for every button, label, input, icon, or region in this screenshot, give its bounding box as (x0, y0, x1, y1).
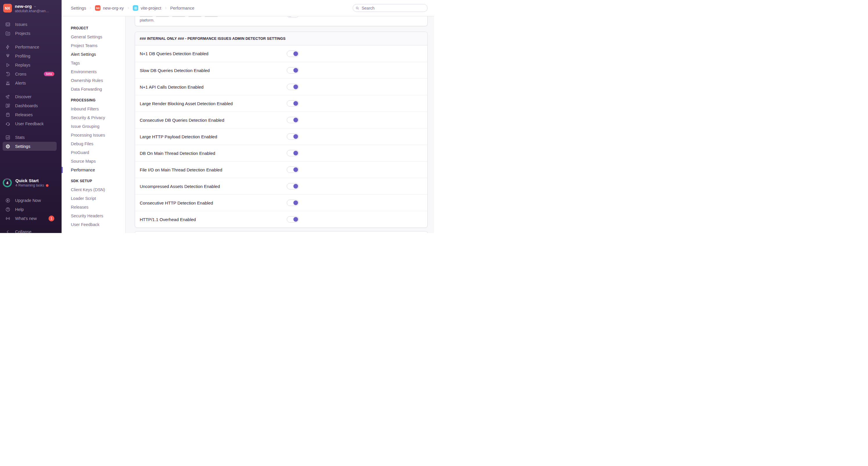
toggle-knob (293, 52, 298, 56)
toggle-file-i-o-on-main-thread-detection-enabled[interactable] (287, 166, 299, 173)
sidebar-item-issues[interactable]: Issues (0, 20, 62, 29)
settings-nav-item-debug-files[interactable]: Debug Files (62, 139, 125, 148)
help-icon (5, 207, 10, 212)
toggle-uncompressed-assets-detection-enabled[interactable] (287, 183, 299, 189)
sidebar-item-alerts[interactable]: Alerts (0, 79, 62, 88)
settings-nav-item-loader-script[interactable]: Loader Script (62, 194, 125, 203)
sidebar-item-stats[interactable]: Stats (0, 133, 62, 142)
sidebar-item-profiling[interactable]: Profiling (0, 52, 62, 60)
settings-nav-item-security-headers[interactable]: Security Headers (62, 212, 125, 220)
clock-icon (5, 71, 10, 77)
sidebar-item-upgrade-now[interactable]: Upgrade Now (0, 196, 62, 205)
breadcrumb-item-settings[interactable]: Settings (71, 6, 86, 10)
sidebar-item-label: Profiling (15, 54, 30, 58)
toggle-n-1-api-calls-detection-enabled[interactable] (287, 84, 299, 90)
toggle-http-1-1-overhead-enabled[interactable] (287, 216, 299, 222)
toggle-knob (293, 118, 298, 122)
org-switcher[interactable]: NX new-org abdullah.khan@sen… (0, 0, 62, 16)
sidebar-collapse-button[interactable]: Collapse (0, 227, 62, 233)
sidebar-item-discover[interactable]: Discover (0, 92, 62, 101)
search-input[interactable] (353, 4, 428, 12)
setting-label: Consecutive HTTP Detection Enabled (140, 200, 213, 206)
settings-nav-item-source-maps[interactable]: Source Maps (62, 157, 125, 165)
settings-nav-item-releases[interactable]: Releases (62, 203, 125, 212)
sidebar-item-dashboards[interactable]: Dashboards (0, 101, 62, 110)
breadcrumb-label: Performance (170, 6, 194, 10)
sidebar-item-what-s-new[interactable]: What's new1 (0, 214, 62, 223)
setting-label: N+1 DB Queries Detection Enabled (140, 51, 208, 56)
sidebar-item-label: Stats (15, 135, 25, 140)
sidebar-item-projects[interactable]: Projects (0, 29, 62, 38)
sidebar-item-releases[interactable]: Releases (0, 110, 62, 119)
sidebar-item-label: Settings (15, 144, 30, 149)
sidebar-item-label: Releases (15, 113, 33, 117)
toggle-large-http-payload-detection-enabled[interactable] (287, 133, 299, 140)
settings-nav-item-user-feedback[interactable]: User Feedback (62, 220, 125, 229)
settings-nav-item-issue-grouping[interactable]: Issue Grouping (62, 122, 125, 131)
sidebar-item-replays[interactable]: Replays (0, 60, 62, 69)
breadcrumb-label: new-org-xy (103, 6, 124, 10)
setting-row-slow-db-queries-detection-enabled: Slow DB Queries Detection Enabled (135, 62, 427, 79)
setting-label: Consecutive DB Queries Detection Enabled (140, 118, 224, 123)
settings-nav-item-security-privacy[interactable]: Security & Privacy (62, 113, 125, 122)
broadcast-icon (5, 216, 10, 221)
settings-nav-item-general-settings[interactable]: General Settings (62, 33, 125, 41)
settings-nav-item-tags[interactable]: Tags (62, 59, 125, 67)
toggle-slow-db-queries-detection-enabled[interactable] (287, 67, 299, 73)
cut-row-toggle[interactable] (287, 16, 299, 18)
chevron-right-icon (164, 6, 167, 10)
setting-row-file-i-o-on-main-thread-detection-enabled: File I/O on Main Thread Detection Enable… (135, 161, 427, 178)
settings-nav-item-data-forwarding[interactable]: Data Forwarding (62, 85, 125, 94)
count-badge: 1 (49, 216, 54, 221)
settings-nav-item-performance[interactable]: Performance (62, 165, 125, 174)
toggle-knob (293, 167, 298, 172)
sidebar-item-crons[interactable]: Cronsbeta (0, 69, 62, 79)
feedback-icon (5, 121, 10, 126)
setting-label: DB On Main Thread Detection Enabled (140, 151, 215, 156)
settings-nav-item-environments[interactable]: Environments (62, 67, 125, 76)
settings-nav: PROJECTGeneral SettingsProject TeamsAler… (62, 16, 125, 233)
detector-settings-panel: ### INTERNAL ONLY ### - PERFORMANCE ISSU… (135, 32, 428, 228)
releases-icon (5, 112, 10, 117)
breadcrumb-item-new-org-xy[interactable]: NXnew-org-xy (95, 5, 124, 11)
quick-start-text: Quick Start 4 Remaining tasks (16, 178, 49, 187)
setting-row-large-http-payload-detection-enabled: Large HTTP Payload Detection Enabled (135, 128, 427, 145)
settings-nav-section-sdk-setup: SDK SETUPClient Keys (DSN)Loader ScriptR… (62, 177, 125, 229)
toggle-db-on-main-thread-detection-enabled[interactable] (287, 150, 299, 156)
breadcrumb-item-performance[interactable]: Performance (170, 6, 194, 10)
toggle-knob (287, 16, 292, 17)
setting-label: Uncompressed Assets Detection Enabled (140, 184, 220, 189)
toggle-knob (293, 151, 298, 155)
toggle-consecutive-db-queries-detection-enabled[interactable] (287, 117, 299, 123)
sidebar-item-settings[interactable]: Settings (3, 142, 57, 151)
sidebar-item-help[interactable]: Help (0, 205, 62, 214)
breadcrumb-item-vite-project[interactable]: vite-project (133, 5, 161, 11)
setting-row-uncompressed-assets-detection-enabled: Uncompressed Assets Detection Enabled (135, 178, 427, 194)
toggle-large-render-blocking-asset-detection-enabled[interactable] (287, 100, 299, 106)
search-icon (355, 6, 359, 10)
stats-icon (5, 135, 10, 140)
sidebar-item-label: Crons (15, 72, 26, 76)
setting-label: HTTP/1.1 Overhead Enabled (140, 217, 196, 222)
toggle-consecutive-http-detection-enabled[interactable] (287, 199, 299, 206)
settings-nav-item-proguard[interactable]: ProGuard (62, 148, 125, 157)
sidebar-item-performance[interactable]: Performance (0, 42, 62, 52)
settings-nav-item-client-keys-dsn[interactable]: Client Keys (DSN) (62, 185, 125, 194)
setting-label: Large Render Blocking Asset Detection En… (140, 101, 233, 106)
quick-start[interactable]: 4 Quick Start 4 Remaining tasks (2, 178, 49, 188)
settings-nav-item-processing-issues[interactable]: Processing Issues (62, 131, 125, 139)
org-name: new-org (15, 4, 32, 9)
settings-nav-item-alert-settings[interactable]: Alert Settings (62, 50, 125, 59)
sidebar-item-user-feedback[interactable]: User Feedback (0, 119, 62, 128)
settings-nav-item-project-teams[interactable]: Project Teams (62, 41, 125, 50)
play-icon (5, 62, 10, 68)
settings-nav-item-inbound-filters[interactable]: Inbound Filters (62, 104, 125, 113)
sidebar-item-label: User Feedback (15, 121, 43, 126)
toggle-knob (293, 101, 298, 106)
settings-nav-section-title: SDK SETUP (62, 177, 125, 185)
toggle-n-1-db-queries-detection-enabled[interactable] (287, 51, 299, 57)
settings-nav-item-ownership-rules[interactable]: Ownership Rules (62, 76, 125, 85)
toggle-knob (293, 85, 298, 89)
setting-row-consecutive-db-queries-detection-enabled: Consecutive DB Queries Detection Enabled (135, 112, 427, 128)
sidebar-footer-nav: Upgrade NowHelpWhat's new1 (0, 196, 62, 223)
